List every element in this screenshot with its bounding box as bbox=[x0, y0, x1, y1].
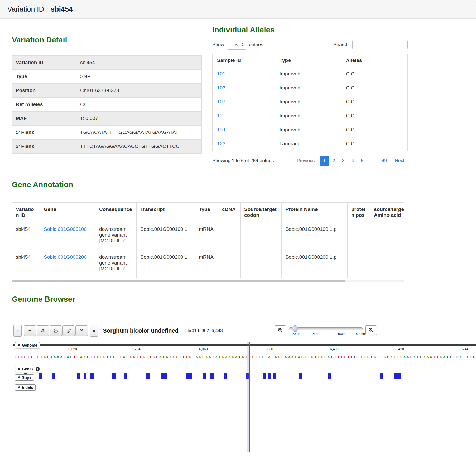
zoom-scale-label: 200bp bbox=[292, 332, 301, 336]
sample-id-link[interactable]: 103 bbox=[217, 85, 225, 90]
dna-base: T bbox=[264, 354, 268, 360]
track-label-genome[interactable]: × Genome bbox=[15, 342, 40, 348]
pagination-page[interactable]: 1 bbox=[320, 156, 329, 166]
snp-feature[interactable] bbox=[224, 373, 227, 379]
pagination-previous[interactable]: Previous bbox=[293, 156, 318, 166]
snp-feature[interactable] bbox=[203, 373, 206, 379]
zoom-slider[interactable]: 200bp 2kb 50kb 500kb bbox=[287, 325, 364, 336]
gene-link[interactable]: Sobic.001G000200 bbox=[44, 254, 87, 260]
sample-id-link[interactable]: 123 bbox=[217, 141, 225, 146]
dna-base: T bbox=[93, 354, 96, 360]
pagination-page[interactable]: 2 bbox=[329, 156, 339, 166]
horizontal-scrollbar[interactable] bbox=[12, 280, 404, 282]
close-icon[interactable]: × bbox=[18, 386, 20, 389]
zoom-out-button[interactable] bbox=[275, 325, 286, 335]
dna-sequence-track: TTGCTTTGAGCTAAAGACTTAACTTCTGTCCCTAGTATTG… bbox=[13, 354, 476, 360]
snp-feature[interactable] bbox=[146, 373, 150, 379]
close-icon[interactable]: × bbox=[18, 343, 20, 347]
dna-base: G bbox=[380, 354, 383, 360]
dna-base: A bbox=[413, 354, 416, 360]
pagination-page[interactable]: 4 bbox=[348, 156, 358, 166]
snp-feature[interactable] bbox=[84, 373, 86, 379]
dna-base: A bbox=[459, 354, 463, 360]
add-track-button[interactable]: + bbox=[24, 325, 36, 336]
dna-base: T bbox=[462, 354, 466, 360]
zoom-slider-handle[interactable] bbox=[292, 325, 298, 332]
pagination-page[interactable]: 49 bbox=[378, 156, 390, 166]
page-size-select[interactable]: 6 bbox=[227, 40, 246, 50]
zoom-in-button[interactable] bbox=[365, 325, 377, 335]
column-header: Consequence bbox=[95, 203, 137, 222]
track-label-indels[interactable]: × Indels bbox=[15, 384, 36, 391]
snp-feature[interactable] bbox=[210, 373, 214, 379]
snp-feature[interactable] bbox=[263, 373, 266, 379]
open-track-panel-button[interactable]: » bbox=[13, 325, 22, 337]
dna-base: G bbox=[320, 354, 324, 360]
pagination-next[interactable]: Next bbox=[391, 156, 408, 166]
dna-base: G bbox=[37, 354, 40, 360]
snp-feature[interactable] bbox=[90, 373, 94, 379]
snp-feature[interactable] bbox=[39, 373, 42, 379]
dna-base: T bbox=[432, 354, 436, 360]
sample-id-link[interactable]: 110 bbox=[217, 127, 225, 132]
add-icon[interactable]: + bbox=[36, 367, 40, 371]
dna-base: G bbox=[400, 354, 403, 360]
detail-value: SNP bbox=[76, 70, 202, 84]
snp-feature[interactable] bbox=[52, 373, 55, 379]
highlight-button[interactable]: A bbox=[37, 325, 49, 336]
table-header-row: Variation IDGeneConsequenceTranscriptTyp… bbox=[12, 203, 405, 222]
dna-base: C bbox=[46, 354, 50, 360]
scrollbar-thumb[interactable] bbox=[12, 280, 345, 282]
dna-base: T bbox=[27, 354, 30, 360]
snp-feature[interactable] bbox=[112, 373, 116, 379]
search-input[interactable] bbox=[352, 40, 408, 49]
snp-feature[interactable] bbox=[394, 373, 401, 379]
dna-base: G bbox=[221, 354, 225, 360]
snp-feature[interactable] bbox=[299, 373, 302, 379]
print-button[interactable] bbox=[50, 325, 62, 336]
type-cell: Improved bbox=[275, 95, 341, 109]
sample-id-link[interactable]: 101 bbox=[217, 71, 225, 76]
annotation-cell: Sobic.001G000100.1.p bbox=[282, 222, 348, 250]
close-icon[interactable]: × bbox=[18, 376, 20, 379]
tools-button[interactable] bbox=[62, 325, 75, 336]
snp-feature[interactable] bbox=[273, 373, 276, 379]
help-button[interactable]: ? bbox=[75, 325, 88, 336]
detail-value: C/ T bbox=[76, 98, 202, 112]
snp-feature[interactable] bbox=[77, 373, 80, 379]
sample-id-link[interactable]: 11 bbox=[217, 113, 222, 118]
snp-feature[interactable] bbox=[161, 373, 167, 379]
detail-value: T: 0.007 bbox=[76, 112, 202, 126]
genome-browser-title: Genome Browser bbox=[12, 295, 476, 304]
location-input[interactable] bbox=[182, 326, 267, 335]
snp-feature[interactable] bbox=[328, 373, 331, 379]
snp-feature[interactable] bbox=[186, 373, 192, 379]
table-header-row: Sample IdTypeAlleles bbox=[213, 54, 408, 67]
snp-feature[interactable] bbox=[124, 373, 127, 379]
gene-annotation-table: Variation IDGeneConsequenceTranscriptTyp… bbox=[12, 202, 404, 278]
overview-bar[interactable] bbox=[13, 344, 476, 346]
pagination-page[interactable]: 3 bbox=[339, 156, 348, 166]
sample-id-link[interactable]: 107 bbox=[217, 99, 225, 104]
position-marker[interactable] bbox=[247, 342, 250, 452]
dna-base: T bbox=[17, 354, 20, 360]
dna-base: T bbox=[337, 354, 340, 360]
snp-feature[interactable] bbox=[268, 373, 271, 379]
dna-base: G bbox=[231, 354, 235, 360]
detail-label: Variation ID bbox=[12, 56, 76, 70]
track-label-genes[interactable]: × Genes + bbox=[15, 366, 42, 372]
search-control: Search: bbox=[333, 40, 408, 49]
dna-base: C bbox=[86, 354, 89, 360]
dna-base: A bbox=[53, 354, 56, 360]
dna-base: G bbox=[103, 354, 106, 360]
dna-base: T bbox=[149, 354, 152, 360]
collapse-toolbar-button[interactable]: « bbox=[90, 325, 98, 337]
gene-link[interactable]: Sobic.001G000100 bbox=[44, 226, 87, 232]
pagination-page[interactable]: 5 bbox=[357, 156, 367, 166]
dna-base: T bbox=[254, 354, 258, 360]
snp-feature[interactable] bbox=[380, 373, 383, 379]
track-label-snps[interactable]: × Snps bbox=[15, 374, 34, 381]
dna-base: C bbox=[456, 354, 459, 360]
dna-base: C bbox=[301, 354, 304, 360]
close-icon[interactable]: × bbox=[18, 367, 20, 371]
